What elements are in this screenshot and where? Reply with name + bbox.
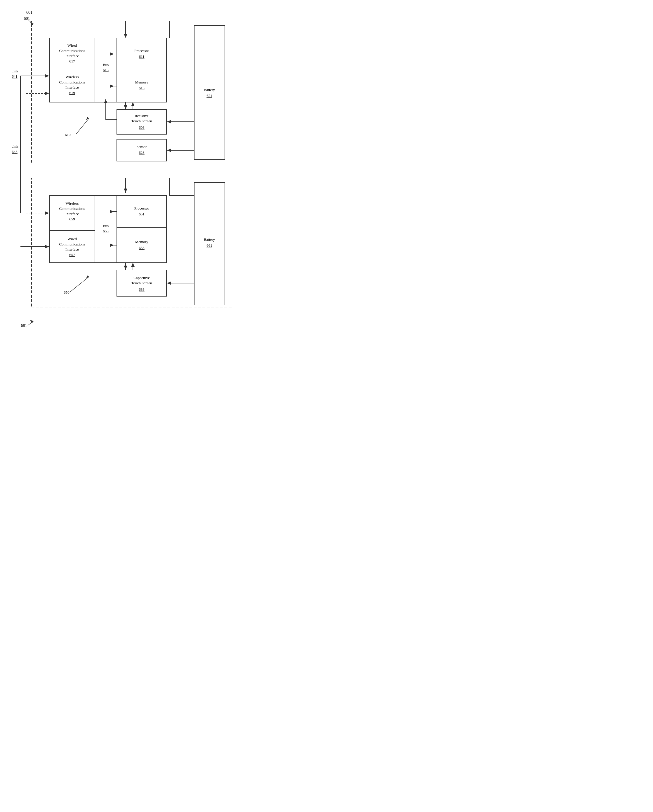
svg-text:Bus: Bus — [103, 224, 109, 228]
svg-text:651: 651 — [139, 212, 145, 216]
svg-rect-68 — [117, 227, 167, 263]
svg-marker-2 — [124, 34, 127, 38]
svg-text:617: 617 — [69, 59, 75, 63]
svg-text:Communications: Communications — [59, 206, 85, 211]
svg-rect-67 — [117, 195, 167, 227]
svg-marker-18 — [131, 102, 135, 106]
svg-marker-23 — [167, 120, 171, 124]
svg-text:619: 619 — [69, 90, 75, 95]
svg-rect-65 — [50, 230, 95, 263]
svg-text:659: 659 — [69, 217, 75, 221]
svg-text:Touch Screen: Touch Screen — [132, 281, 152, 285]
svg-text:615: 615 — [103, 68, 109, 72]
svg-text:Interface: Interface — [66, 212, 79, 216]
svg-text:Battery: Battery — [204, 87, 215, 92]
svg-marker-114 — [30, 320, 34, 324]
svg-text:657: 657 — [69, 252, 75, 257]
svg-marker-29 — [45, 74, 49, 78]
svg-text:613: 613 — [139, 86, 145, 90]
svg-text:683: 683 — [139, 287, 145, 292]
svg-rect-6 — [117, 38, 167, 70]
svg-marker-78 — [131, 263, 135, 267]
svg-text:Wireless: Wireless — [66, 201, 79, 206]
svg-text:Sensor: Sensor — [136, 145, 147, 149]
svg-text:661: 661 — [206, 243, 212, 247]
svg-text:Processor: Processor — [135, 49, 149, 53]
svg-text:Communications: Communications — [59, 242, 85, 246]
svg-marker-32 — [45, 92, 49, 95]
svg-text:643: 643 — [12, 150, 18, 154]
svg-line-87 — [70, 277, 89, 292]
svg-text:623: 623 — [139, 150, 145, 155]
svg-text:Communications: Communications — [59, 49, 85, 53]
svg-text:611: 611 — [139, 54, 144, 59]
svg-marker-86 — [45, 245, 49, 249]
svg-marker-76 — [124, 266, 127, 270]
svg-text:Communications: Communications — [59, 80, 85, 84]
svg-text:621: 621 — [206, 93, 212, 98]
svg-text:Interface: Interface — [66, 54, 79, 58]
svg-marker-84 — [45, 211, 49, 215]
svg-marker-25 — [167, 148, 171, 152]
svg-marker-80 — [167, 281, 171, 285]
svg-text:Touch Screen: Touch Screen — [132, 119, 152, 123]
svg-text:Memory: Memory — [135, 240, 148, 244]
svg-rect-10 — [194, 25, 225, 160]
svg-text:653: 653 — [139, 246, 145, 250]
diagram-svg: Wired Communications Interface 617 Wirel… — [12, 9, 251, 336]
svg-text:655: 655 — [103, 229, 109, 233]
svg-marker-63 — [124, 189, 127, 192]
svg-text:Battery: Battery — [204, 237, 215, 242]
svg-text:Capacitive: Capacitive — [133, 276, 150, 280]
svg-line-33 — [76, 118, 89, 134]
svg-text:681: 681 — [21, 324, 27, 328]
svg-text:Resistive: Resistive — [135, 113, 148, 118]
svg-text:Memory: Memory — [135, 80, 148, 84]
svg-text:Link: Link — [12, 69, 18, 73]
svg-text:Link: Link — [12, 144, 18, 148]
svg-text:Wired: Wired — [67, 43, 77, 47]
svg-marker-16 — [124, 105, 127, 109]
svg-text:601: 601 — [24, 16, 30, 21]
svg-text:650: 650 — [64, 290, 69, 295]
svg-text:Interface: Interface — [66, 247, 79, 252]
svg-text:603: 603 — [139, 125, 145, 130]
svg-text:Wired: Wired — [67, 237, 77, 241]
svg-text:641: 641 — [12, 74, 18, 78]
svg-text:Bus: Bus — [103, 63, 109, 67]
svg-text:Wireless: Wireless — [66, 75, 79, 79]
svg-text:610: 610 — [65, 133, 71, 137]
svg-text:Processor: Processor — [135, 206, 149, 211]
svg-text:Interface: Interface — [66, 85, 79, 90]
